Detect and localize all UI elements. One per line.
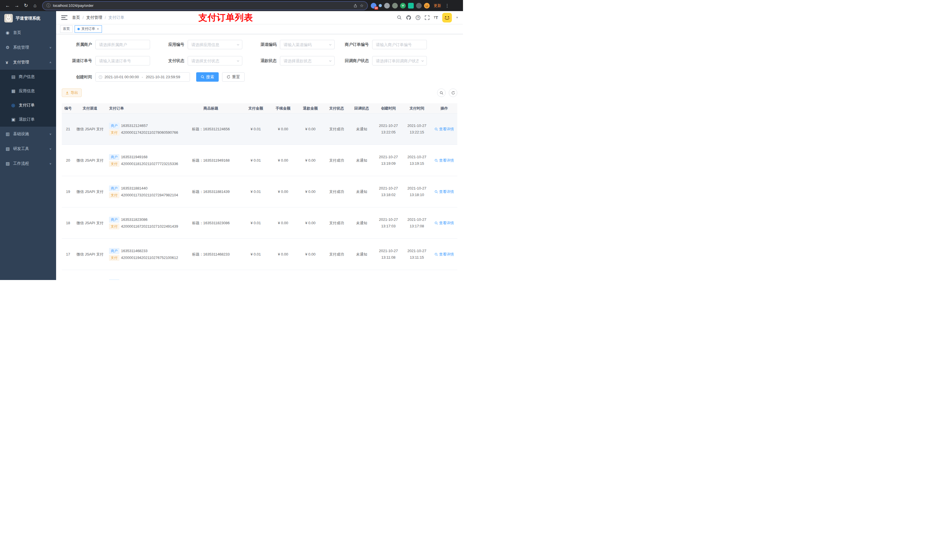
create-time-range-picker[interactable]: 2021-10-01 00:00:00 - 2021-10-31 23:59:5… — [95, 72, 190, 82]
filter-label: 支付状态 — [154, 58, 188, 63]
view-detail-link[interactable]: 查看详情 — [431, 127, 457, 132]
cell-pay-amount: ¥ 0.01 — [242, 221, 269, 225]
home-icon[interactable]: ⌂ — [31, 2, 39, 10]
pay-tag: 支付 — [109, 130, 119, 136]
pay-status-select[interactable] — [188, 56, 242, 65]
active-dot — [77, 28, 80, 30]
reset-button[interactable]: 重置 — [222, 72, 245, 82]
callback-status-select[interactable] — [372, 56, 427, 65]
reload-icon[interactable]: ↻ — [22, 2, 30, 10]
extension-icon[interactable] — [408, 3, 414, 9]
cell-pay-status: 支付成功 — [324, 220, 349, 226]
app-no-select[interactable] — [188, 40, 242, 49]
refund-status-select[interactable] — [280, 56, 334, 65]
help-icon[interactable]: ? — [415, 15, 421, 20]
search-button[interactable]: 搜索 — [196, 72, 219, 82]
sidebar-item-home[interactable]: ◉ 首页 — [0, 25, 56, 40]
yen-icon: ¥ — [6, 60, 13, 65]
table-row[interactable]: 17 微信 JSAPI 支付 商户1635311468233 支付4200001… — [62, 239, 457, 270]
profile-avatar[interactable] — [424, 3, 430, 9]
search-icon[interactable] — [397, 15, 402, 20]
chrome-update-button[interactable]: 更新 — [434, 3, 441, 8]
chevron-down-icon — [421, 59, 424, 63]
annotation-title: 支付订单列表 — [198, 12, 253, 24]
table-row[interactable]: 19 微信 JSAPI 支付 商户1635311881440 支付4200001… — [62, 176, 457, 207]
font-size-icon[interactable]: TT — [434, 15, 438, 20]
refresh-icon[interactable] — [449, 89, 457, 97]
view-detail-link[interactable]: 查看详情 — [431, 252, 457, 257]
column-header-id: 编号 — [62, 106, 74, 111]
view-detail-link[interactable]: 查看详情 — [431, 189, 457, 194]
extension-puzzle-icon[interactable] — [416, 3, 422, 9]
close-icon[interactable]: × — [97, 27, 99, 31]
merchant-input[interactable] — [95, 40, 150, 49]
toggle-search-icon[interactable] — [437, 89, 446, 97]
caret-down-icon[interactable]: ▾ — [456, 16, 458, 20]
sidebar-item-workflow[interactable]: ▨ 工作流程 ∨ — [0, 156, 56, 171]
view-detail-link[interactable]: 查看详情 — [431, 220, 457, 226]
hamburger-icon[interactable] — [61, 15, 68, 20]
forward-arrow-glyph: → — [15, 3, 20, 9]
sidebar-item-infrastructure[interactable]: ▥ 基础设施 ∨ — [0, 127, 56, 142]
sidebar-item-refund-order[interactable]: ▣ 退款订单 — [0, 112, 56, 127]
user-avatar[interactable] — [442, 13, 452, 23]
extension-icon[interactable] — [384, 3, 390, 9]
tag-home[interactable]: 首页 — [60, 25, 73, 33]
github-icon[interactable] — [406, 15, 411, 20]
export-button[interactable]: 导出 — [62, 89, 82, 97]
address-bar[interactable]: ⓘ localhost:1024/pay/order ☆ — [43, 2, 367, 10]
sidebar-item-dev-tools[interactable]: ▧ 研发工具 ∨ — [0, 142, 56, 156]
back-arrow-glyph: ← — [5, 3, 10, 9]
merchant-order-no-input[interactable] — [372, 40, 427, 49]
svg-text:?: ? — [417, 16, 419, 19]
breadcrumb-section[interactable]: 支付管理 — [86, 15, 102, 20]
vue-devtools-icon[interactable] — [400, 3, 406, 9]
breadcrumb-home[interactable]: 首页 — [72, 15, 80, 20]
filter-row-2: 渠道订单号 支付状态 退款状态 回调商户状态 — [62, 56, 457, 65]
page-content: 所属商户 应用编号 渠道编码 商户订单编号 渠道订单号 支付状态 退款状态 — [56, 34, 463, 280]
forward-icon[interactable]: → — [12, 2, 21, 10]
card-icon: ▤ — [11, 74, 19, 79]
reset-button-label: 重置 — [232, 74, 240, 80]
extension-icon[interactable] — [392, 3, 398, 9]
column-header-callback-status: 回调状态 — [349, 106, 374, 111]
filter-refund-status: 退款状态 — [246, 56, 339, 65]
sidebar-item-app-info[interactable]: ▦ 应用信息 — [0, 84, 56, 98]
share-icon[interactable] — [353, 4, 357, 8]
fullscreen-icon[interactable] — [425, 15, 430, 20]
cell-fee-amount: ¥ 0.00 — [269, 252, 297, 257]
filter-label: 回调商户状态 — [339, 58, 372, 63]
site-info-icon[interactable]: ⓘ — [47, 3, 50, 8]
gear-icon: ⚙ — [6, 45, 13, 50]
extension-icon[interactable]: 10 — [371, 3, 377, 9]
sidebar-item-payment[interactable]: ¥ 支付管理 ∧ — [0, 55, 56, 70]
channel-order-no-input[interactable] — [95, 56, 150, 65]
filter-label: 商户订单编号 — [339, 42, 372, 47]
extension-icon[interactable] — [379, 4, 382, 7]
cell-id: 19 — [62, 190, 74, 194]
view-detail-label: 查看详情 — [439, 158, 454, 163]
cell-pay-status: 支付成功 — [324, 252, 349, 257]
tag-pay-order[interactable]: 支付订单 × — [75, 25, 102, 33]
sidebar-item-pay-order[interactable]: ◎ 支付订单 — [0, 98, 56, 112]
sidebar-item-label: 研发工具 — [13, 146, 49, 151]
sidebar-logo[interactable]: 芋道管理系统 — [0, 11, 56, 25]
sidebar-item-merchant-info[interactable]: ▤ 商户信息 — [0, 70, 56, 84]
table-row[interactable]: 20 微信 JSAPI 支付 商户1635311949168 支付4200001… — [62, 145, 457, 176]
table-row[interactable]: 商户1635311157286 支付 查看详情 — [62, 270, 457, 280]
cell-fee-amount: ¥ 0.00 — [269, 221, 297, 225]
table-row[interactable]: 18 微信 JSAPI 支付 商户1635311823086 支付4200001… — [62, 207, 457, 239]
cell-create-time: 2021-10-2713:17:03 — [374, 217, 402, 229]
channel-code-select[interactable] — [280, 40, 334, 49]
view-detail-label: 查看详情 — [439, 220, 454, 226]
cell-refund-amount: ¥ 0.00 — [297, 221, 324, 225]
sidebar-item-system[interactable]: ⚙ 系统管理 ∨ — [0, 40, 56, 55]
chevron-down-icon — [328, 43, 332, 46]
view-detail-link[interactable]: 查看详情 — [431, 158, 457, 163]
filter-label: 应用编号 — [154, 42, 188, 47]
table-header: 编号 支付渠道 支付订单 商品标题 支付金额 手续金额 退款金额 支付状态 回调… — [62, 103, 457, 113]
table-row[interactable]: 21 微信 JSAPI 支付 商户1635312124657 支付4200001… — [62, 113, 457, 145]
back-icon[interactable]: ← — [3, 2, 12, 10]
bookmark-star-icon[interactable]: ☆ — [360, 3, 364, 8]
browser-menu-icon[interactable]: ⋮ — [444, 3, 451, 8]
